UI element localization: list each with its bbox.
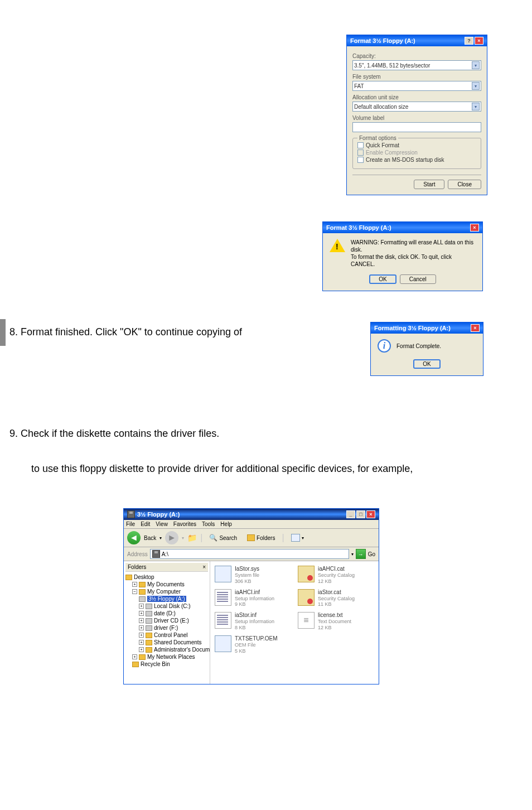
menu-help[interactable]: Help	[220, 521, 232, 527]
close-button[interactable]: Close	[448, 180, 481, 189]
close-button[interactable]: ×	[475, 37, 483, 45]
menu-tools[interactable]: Tools	[202, 521, 215, 527]
file-item[interactable]: TXTSETUP.OEM OEM File 5 KB	[215, 635, 291, 654]
tree-driverf[interactable]: +driver (F:)	[125, 624, 208, 631]
alloc-select[interactable]: Default allocation size ▾	[352, 102, 481, 112]
info-icon: i	[378, 339, 391, 353]
menubar: File Edit View Favorites Tools Help	[124, 520, 379, 529]
close-pane-icon[interactable]: ×	[202, 564, 206, 570]
complete-titlebar: Formatting 3½ Floppy (A:) ×	[371, 322, 483, 334]
step9-text: 9. Check if the diskette contains the dr…	[9, 428, 219, 440]
folders-button[interactable]: Folders	[244, 533, 278, 542]
dropdown-arrow-icon: ▾	[472, 61, 480, 69]
warning-line1: WARNING: Formatting will erase ALL data …	[351, 239, 476, 253]
file-icon	[215, 589, 231, 606]
capacity-value: 3.5", 1.44MB, 512 bytes/sector	[354, 62, 430, 69]
expander-icon[interactable]: −	[132, 589, 137, 594]
file-item[interactable]: license.txt Text Document 12 KB	[298, 612, 374, 631]
format-dialog: Format 3½ Floppy (A:) ? × Capacity: 3.5"…	[346, 35, 487, 195]
tree-floppy[interactable]: 3½ Floppy (A:)	[125, 595, 208, 602]
folders-label: Folders	[257, 535, 275, 541]
close-button[interactable]: ×	[470, 224, 479, 232]
complete-title: Formatting 3½ Floppy (A:)	[374, 325, 451, 331]
file-item[interactable]: iaAHCI.inf Setup Information 9 KB	[215, 589, 291, 608]
back-label: Back	[144, 535, 156, 541]
close-button[interactable]: ×	[471, 324, 480, 332]
file-item[interactable]: iaStor.inf Setup Information 8 KB	[215, 612, 291, 631]
back-dropdown-icon[interactable]: ▾	[159, 536, 162, 541]
file-size: 9 KB	[235, 601, 274, 608]
quick-format-label: Quick Format	[366, 142, 399, 148]
menu-edit[interactable]: Edit	[141, 521, 150, 527]
address-dropdown-icon[interactable]: ▾	[351, 552, 354, 557]
tree-drivere[interactable]: +Driver CD (E:)	[125, 617, 208, 624]
file-name: iaAHCI.inf	[235, 589, 274, 596]
start-button[interactable]: Start	[414, 180, 444, 189]
address-value: A:\	[162, 551, 168, 557]
views-button[interactable]: ▾	[288, 533, 307, 543]
step9-subtext: to use this floppy diskette to provide d…	[31, 463, 413, 475]
maximize-button[interactable]: □	[356, 510, 365, 518]
expander-icon[interactable]: +	[139, 611, 144, 616]
close-button[interactable]: ×	[366, 510, 375, 518]
expander-icon[interactable]: +	[139, 647, 144, 652]
tree-localc[interactable]: +Local Disk (C:)	[125, 602, 208, 610]
tree-dated[interactable]: +date (D:)	[125, 610, 208, 617]
expander-icon[interactable]: +	[132, 654, 137, 659]
format-title: Format 3½ Floppy (A:)	[350, 37, 415, 44]
filesystem-select[interactable]: FAT ▾	[352, 81, 481, 91]
tree-control[interactable]: +Control Panel	[125, 631, 208, 639]
cancel-button[interactable]: Cancel	[400, 274, 436, 284]
file-icon	[215, 566, 231, 582]
explorer-window: 3½ Floppy (A:) _ □ × File Edit View Favo…	[123, 508, 379, 684]
tree-recycle[interactable]: Recycle Bin	[125, 660, 208, 668]
folder-icon	[139, 582, 146, 587]
up-button[interactable]: 📁	[187, 533, 197, 542]
file-icon	[298, 566, 315, 582]
tree-network[interactable]: +My Network Places	[125, 653, 208, 660]
tree-shared[interactable]: +Shared Documents	[125, 639, 208, 646]
menu-favorites[interactable]: Favorites	[173, 521, 196, 527]
drive-icon	[146, 611, 152, 616]
file-name: iaAHCI.cat	[318, 566, 355, 572]
expander-icon[interactable]: +	[139, 633, 144, 638]
format-titlebar: Format 3½ Floppy (A:) ? ×	[347, 35, 487, 46]
tree-mycomp[interactable]: −My Computer	[125, 588, 208, 595]
ok-button[interactable]: OK	[369, 274, 396, 284]
expander-icon[interactable]: +	[139, 640, 144, 645]
file-info: license.txt Text Document 12 KB	[318, 612, 351, 631]
file-type: Security Catalog	[318, 596, 355, 602]
warning-title: Format 3½ Floppy (A:)	[326, 224, 391, 231]
forward-dropdown-icon: ▾	[182, 536, 184, 541]
expander-icon[interactable]: +	[139, 604, 144, 609]
addressbar: Address A:\ ▾ → Go	[124, 547, 379, 561]
capacity-select[interactable]: 3.5", 1.44MB, 512 bytes/sector ▾	[352, 60, 481, 70]
expander-icon[interactable]: +	[139, 625, 144, 630]
address-input[interactable]: A:\	[150, 549, 349, 559]
search-button[interactable]: 🔍 Search	[206, 533, 240, 543]
file-item[interactable]: iaStor.cat Security Catalog 11 KB	[298, 589, 374, 608]
back-button[interactable]: ◄	[127, 531, 141, 544]
minimize-button[interactable]: _	[346, 510, 355, 518]
floppy-icon	[152, 550, 160, 558]
help-button[interactable]: ?	[465, 37, 473, 45]
file-item[interactable]: iaAHCI.cat Security Catalog 12 KB	[298, 566, 374, 585]
go-button[interactable]: →	[356, 549, 366, 559]
tree-admin[interactable]: +Administrator's Documents	[125, 646, 208, 653]
menu-view[interactable]: View	[156, 521, 168, 527]
ok-button[interactable]: OK	[413, 359, 440, 369]
volume-input[interactable]	[352, 122, 481, 132]
folder-icon	[146, 647, 152, 653]
views-icon	[291, 534, 300, 542]
tree-desktop[interactable]: Desktop	[125, 573, 208, 581]
recycle-icon	[132, 662, 139, 667]
expander-icon[interactable]: +	[139, 618, 144, 623]
menu-file[interactable]: File	[126, 521, 135, 527]
file-size: 11 KB	[318, 601, 355, 608]
file-item[interactable]: IaStor.sys System file 306 KB	[215, 566, 291, 585]
startup-disk-checkbox[interactable]	[357, 157, 364, 163]
complete-dialog: Formatting 3½ Floppy (A:) × i Format Com…	[370, 322, 483, 376]
quick-format-checkbox[interactable]	[357, 142, 364, 148]
tree-mydocs[interactable]: +My Documents	[125, 581, 208, 588]
expander-icon[interactable]: +	[132, 582, 137, 587]
